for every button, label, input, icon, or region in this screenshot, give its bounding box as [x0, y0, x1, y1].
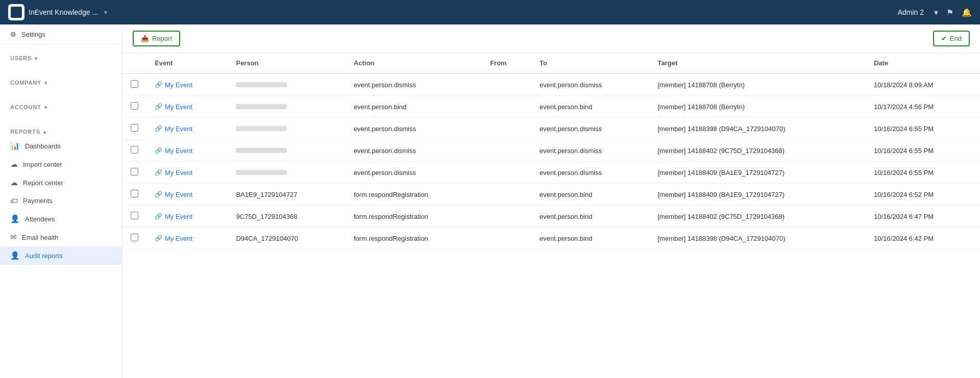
external-link-icon: 🔗	[155, 235, 162, 242]
external-link-icon: 🔗	[155, 147, 162, 154]
layout: ⚙ Settings USERS ▾ COMPANY ▾ ACCOUNT ▾ R…	[0, 24, 980, 378]
app-title[interactable]: InEvent Knowledge ...	[29, 8, 98, 16]
row-date: 10/16/2024 6:42 PM	[866, 228, 980, 249]
row-checkbox-cell	[122, 118, 146, 140]
row-checkbox-cell	[122, 206, 146, 228]
event-link[interactable]: 🔗My Event	[155, 81, 219, 89]
event-link[interactable]: 🔗My Event	[155, 147, 219, 155]
topbar-left: InEvent Knowledge ... ▾	[8, 4, 107, 20]
person-blurred	[236, 148, 287, 153]
sidebar-item-payments[interactable]: 🏷 Payments	[0, 192, 122, 210]
row-checkbox[interactable]	[131, 168, 138, 175]
external-link-icon: 🔗	[155, 213, 162, 220]
row-checkbox[interactable]	[131, 146, 138, 154]
account-chevron-icon: ▾	[44, 105, 47, 110]
table-row: 🔗My Eventevent.person.dismissevent.perso…	[122, 118, 980, 140]
row-checkbox[interactable]	[131, 80, 138, 88]
table-row: 🔗My Eventevent.person.dismissevent.perso…	[122, 162, 980, 184]
row-event: 🔗My Event	[146, 228, 228, 249]
row-date: 10/16/2024 6:55 PM	[866, 162, 980, 184]
sidebar-section-users-header[interactable]: USERS ▾	[0, 51, 122, 63]
row-checkbox[interactable]	[131, 124, 138, 132]
notification-flag-icon[interactable]: ⚑	[946, 8, 953, 17]
settings-label: Settings	[21, 31, 45, 38]
row-target: [member] 14188708 (Berrytn)	[649, 73, 866, 96]
admin-name[interactable]: Admin 2	[898, 8, 924, 16]
row-action: event.person.dismiss	[346, 73, 482, 96]
row-from	[482, 228, 531, 249]
app-logo[interactable]	[8, 4, 24, 20]
row-from	[482, 140, 531, 162]
sidebar-item-email-health[interactable]: ✉ Email health	[0, 228, 122, 246]
row-date: 10/16/2024 6:47 PM	[866, 206, 980, 228]
event-link[interactable]: 🔗My Event	[155, 213, 219, 220]
row-action: event.person.bind	[346, 96, 482, 118]
import-center-icon: ☁	[10, 160, 18, 169]
person-blurred	[236, 82, 287, 87]
row-target: [member] 14188398 (D94CA_1729104070)	[649, 228, 866, 249]
row-person	[228, 118, 345, 140]
table-wrapper: Event Person Action From To Target Date …	[122, 53, 980, 249]
row-checkbox[interactable]	[131, 190, 138, 197]
row-checkbox-cell	[122, 184, 146, 206]
col-date: Date	[866, 53, 980, 73]
event-link[interactable]: 🔗My Event	[155, 103, 219, 111]
external-link-icon: 🔗	[155, 81, 162, 88]
sidebar-item-settings[interactable]: ⚙ Settings	[0, 24, 122, 45]
col-to: To	[531, 53, 649, 73]
email-health-label: Email health	[22, 234, 59, 241]
report-button[interactable]: 📥 Report	[133, 31, 180, 46]
row-checkbox-cell	[122, 96, 146, 118]
admin-chevron-icon[interactable]: ▾	[934, 8, 938, 17]
col-checkbox	[122, 53, 146, 73]
col-from: From	[482, 53, 531, 73]
row-to: event.person.dismiss	[531, 118, 649, 140]
row-person	[228, 162, 345, 184]
row-from	[482, 96, 531, 118]
event-link[interactable]: 🔗My Event	[155, 235, 219, 242]
report-icon: 📥	[141, 35, 149, 42]
import-center-label: Import center	[23, 161, 62, 168]
col-action: Action	[346, 53, 482, 73]
event-link[interactable]: 🔗My Event	[155, 125, 219, 133]
col-target: Target	[649, 53, 866, 73]
row-target: [member] 14188402 (9C75D_1729104368)	[649, 206, 866, 228]
event-link[interactable]: 🔗My Event	[155, 169, 219, 177]
event-link[interactable]: 🔗My Event	[155, 191, 219, 198]
sidebar: ⚙ Settings USERS ▾ COMPANY ▾ ACCOUNT ▾ R…	[0, 24, 122, 378]
sidebar-section-reports-header[interactable]: REPORTS ▴	[0, 124, 122, 137]
row-checkbox[interactable]	[131, 234, 138, 241]
sidebar-item-import-center[interactable]: ☁ Import center	[0, 155, 122, 173]
row-checkbox-cell	[122, 228, 146, 249]
row-date: 10/18/2024 8:09 AM	[866, 73, 980, 96]
row-to: event.person.bind	[531, 96, 649, 118]
sidebar-section-company: COMPANY ▾	[0, 69, 122, 94]
sidebar-item-dashboards[interactable]: 📊 Dashboards	[0, 137, 122, 155]
dashboards-icon: 📊	[10, 141, 20, 150]
end-button[interactable]: ✔ End	[933, 31, 970, 46]
row-from	[482, 118, 531, 140]
sidebar-item-audit-reports[interactable]: 👤 Audit reports	[0, 246, 122, 265]
sidebar-section-account-header[interactable]: ACCOUNT ▾	[0, 100, 122, 112]
row-event: 🔗My Event	[146, 184, 228, 206]
attendees-label: Attendees	[25, 215, 55, 223]
sidebar-section-company-header[interactable]: COMPANY ▾	[0, 75, 122, 88]
row-checkbox[interactable]	[131, 212, 138, 219]
app-title-chevron-icon[interactable]: ▾	[104, 9, 107, 16]
row-person: BA1E9_1729104727	[228, 184, 345, 206]
table-row: 🔗My Event9C75D_1729104368form.respondReg…	[122, 206, 980, 228]
row-to: event.person.bind	[531, 206, 649, 228]
row-action: event.person.dismiss	[346, 162, 482, 184]
external-link-icon: 🔗	[155, 191, 162, 198]
row-action: form.respondRegistration	[346, 206, 482, 228]
sidebar-item-report-center[interactable]: ☁ Report center	[0, 173, 122, 192]
person-blurred	[236, 126, 287, 131]
row-checkbox-cell	[122, 73, 146, 96]
report-center-icon: ☁	[10, 178, 18, 187]
notification-bell-icon[interactable]: 🔔	[962, 8, 972, 17]
sidebar-item-attendees[interactable]: 👤 Attendees	[0, 210, 122, 228]
dashboards-label: Dashboards	[25, 142, 61, 150]
row-checkbox[interactable]	[131, 102, 138, 110]
row-date: 10/17/2024 4:56 PM	[866, 96, 980, 118]
reports-chevron-icon: ▴	[43, 129, 46, 135]
